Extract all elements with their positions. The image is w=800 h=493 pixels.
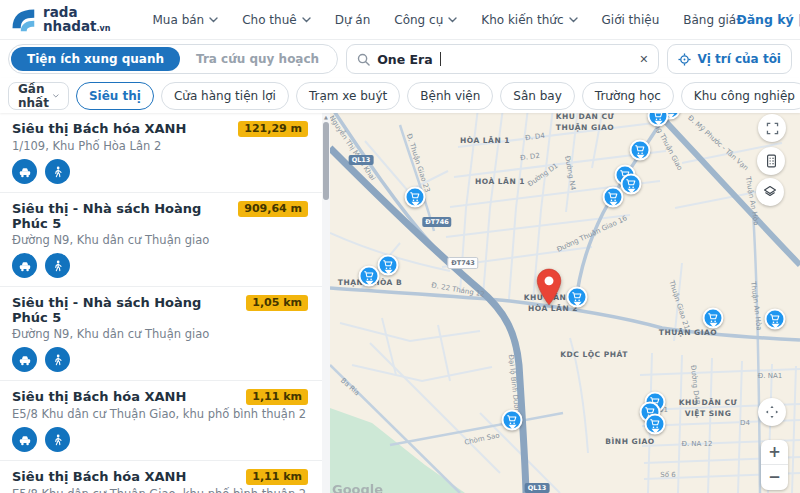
supermarket-marker[interactable] — [567, 287, 588, 308]
result-address: 1/109, Khu Phố Hòa Lân 2 — [12, 140, 308, 153]
chevron-down-icon — [53, 93, 59, 99]
walking-route-button[interactable] — [45, 427, 70, 452]
driving-route-button[interactable] — [12, 253, 37, 278]
result-address: E5/8 Khu dân cư Thuận Giao, khu phố bình… — [12, 408, 308, 421]
category-chip[interactable]: Cửa hàng tiện lợi — [161, 82, 289, 110]
nav-item[interactable]: Bảng giá — [683, 13, 736, 27]
scrollbar-thumb[interactable] — [323, 122, 329, 200]
result-list-item[interactable]: Siêu thị - Nhà sách Hoàng Phúc 5 909,64 … — [0, 193, 322, 287]
shopping-cart-icon — [608, 192, 619, 203]
category-chip[interactable]: Trạm xe buýt — [296, 82, 400, 110]
auth-links[interactable]: Đăng ký | Đăng nhập — [736, 12, 800, 27]
category-chip[interactable]: Sân bay — [500, 82, 574, 110]
shopping-cart-icon — [383, 260, 394, 271]
clear-search-icon[interactable]: ✕ — [639, 53, 648, 66]
list-page-icon — [765, 154, 778, 168]
result-address: Đường N9, Khu dân cư Thuận giao — [12, 234, 308, 247]
pedestrian-icon — [52, 259, 64, 273]
supermarket-marker[interactable] — [359, 266, 380, 287]
my-location-button[interactable]: Vị trí của tôi — [667, 44, 792, 74]
result-title: Siêu thị - Nhà sách Hoàng Phúc 5 — [12, 201, 230, 231]
driving-route-button[interactable] — [12, 159, 37, 184]
my-location-label: Vị trí của tôi — [697, 52, 781, 66]
nav-item[interactable]: Kho kiến thức — [481, 13, 577, 27]
category-chip[interactable]: Siêu thị — [76, 82, 154, 110]
content-area: Siêu thị Bách hóa XANH 121,29 m 1/109, K… — [0, 113, 800, 493]
chevron-down-icon — [302, 17, 311, 23]
nav-item-label: Giới thiệu — [602, 13, 660, 27]
chevron-down-icon — [209, 17, 218, 23]
nav-item-label: Mua bán — [153, 13, 205, 27]
chevron-down-icon — [448, 17, 457, 23]
map-roads — [330, 113, 800, 493]
result-title: Siêu thị - Nhà sách Hoàng Phúc 5 — [12, 295, 238, 325]
pan-button[interactable] — [758, 398, 786, 426]
supermarket-marker[interactable] — [630, 140, 651, 161]
four-arrows-icon — [765, 405, 779, 419]
category-chip[interactable]: Trường học — [582, 82, 674, 110]
distance-badge: 909,64 m — [238, 201, 308, 217]
result-list-item[interactable]: Siêu thị Bách hóa XANH 1,11 km E5/8 Khu … — [0, 461, 322, 493]
shopping-cart-icon — [626, 179, 637, 190]
result-title: Siêu thị Bách hóa XANH — [12, 121, 186, 136]
result-list-item[interactable]: Siêu thị Bách hóa XANH 1,11 km E5/8 Khu … — [0, 381, 322, 461]
nav-item[interactable]: Dự án — [335, 13, 371, 27]
fullscreen-icon — [766, 122, 779, 135]
result-address: Đường N9, Khu dân cư Thuận giao — [12, 328, 308, 341]
walking-route-button[interactable] — [45, 253, 70, 278]
supermarket-marker[interactable] — [621, 174, 642, 195]
location-pin[interactable] — [536, 268, 563, 310]
car-icon — [18, 260, 32, 272]
crosshair-icon — [678, 53, 691, 66]
zoom-out-button[interactable]: − — [761, 465, 788, 490]
supermarket-marker[interactable] — [645, 414, 666, 435]
search-mode-tab[interactable]: Tiện ích xung quanh — [11, 47, 180, 71]
search-icon — [357, 53, 370, 66]
walking-route-button[interactable] — [45, 347, 70, 372]
category-chip[interactable]: Khu công nghiệp — [681, 82, 800, 110]
result-address: E5/8 Khu dân cư Thuận Giao, khu phố bình… — [12, 488, 308, 493]
search-mode-tabs: Tiện ích xung quanh Tra cứu quy hoạch — [8, 44, 338, 74]
logo-wordmark: rada nhadat.vn — [43, 6, 111, 34]
layers-icon — [763, 185, 777, 199]
pedestrian-icon — [52, 433, 64, 447]
nav-item-label: Kho kiến thức — [481, 13, 563, 27]
map-canvas[interactable]: KHU DÂN CƯ THUẬN GIAO HÒA LÂN 1 HOÀ LÂN … — [330, 113, 800, 493]
supermarket-marker[interactable] — [405, 187, 426, 208]
driving-route-button[interactable] — [12, 347, 37, 372]
nav-item[interactable]: Giới thiệu — [602, 13, 660, 27]
walking-route-button[interactable] — [45, 159, 70, 184]
result-list-item[interactable]: Siêu thị - Nhà sách Hoàng Phúc 5 1,05 km… — [0, 287, 322, 381]
list-scrollbar[interactable]: ▲ — [322, 113, 330, 493]
nav-item[interactable]: Cho thuê — [242, 13, 310, 27]
nav-item[interactable]: Công cụ — [394, 13, 457, 27]
main-nav: Mua bán Cho thuê Dự án Công cụ — [153, 13, 737, 27]
nav-item-label: Cho thuê — [242, 13, 296, 27]
nav-item[interactable]: Mua bán — [153, 13, 219, 27]
pin-icon — [536, 268, 563, 306]
supermarket-marker[interactable] — [502, 410, 523, 431]
shopping-cart-icon — [770, 314, 781, 325]
scroll-up-arrow[interactable]: ▲ — [322, 114, 330, 120]
supermarket-marker[interactable] — [703, 308, 724, 329]
supermarket-marker[interactable] — [765, 309, 786, 330]
distance-badge: 1,11 km — [246, 469, 308, 485]
shopping-cart-icon — [650, 419, 661, 430]
results-panel: Siêu thị Bách hóa XANH 121,29 m 1/109, K… — [0, 113, 330, 493]
search-mode-tab[interactable]: Tra cứu quy hoạch — [180, 47, 335, 71]
zoom-in-button[interactable]: + — [761, 440, 788, 465]
category-chip[interactable]: Bệnh viện — [407, 82, 493, 110]
legend-button[interactable] — [757, 147, 785, 175]
logo-icon — [8, 5, 38, 35]
sort-dropdown[interactable]: Gần nhất — [8, 82, 69, 110]
driving-route-button[interactable] — [12, 427, 37, 452]
fullscreen-button[interactable] — [758, 114, 786, 142]
shopping-cart-icon — [708, 313, 719, 324]
supermarket-marker[interactable] — [378, 255, 399, 276]
result-list-item[interactable]: Siêu thị Bách hóa XANH 121,29 m 1/109, K… — [0, 113, 322, 193]
site-logo[interactable]: rada nhadat.vn — [8, 5, 111, 35]
search-input[interactable]: One Era ✕ — [346, 44, 659, 74]
layers-button[interactable] — [756, 178, 784, 206]
top-navigation-bar: rada nhadat.vn Mua bán Cho thuê Dự án — [0, 0, 800, 40]
supermarket-marker[interactable] — [603, 187, 624, 208]
